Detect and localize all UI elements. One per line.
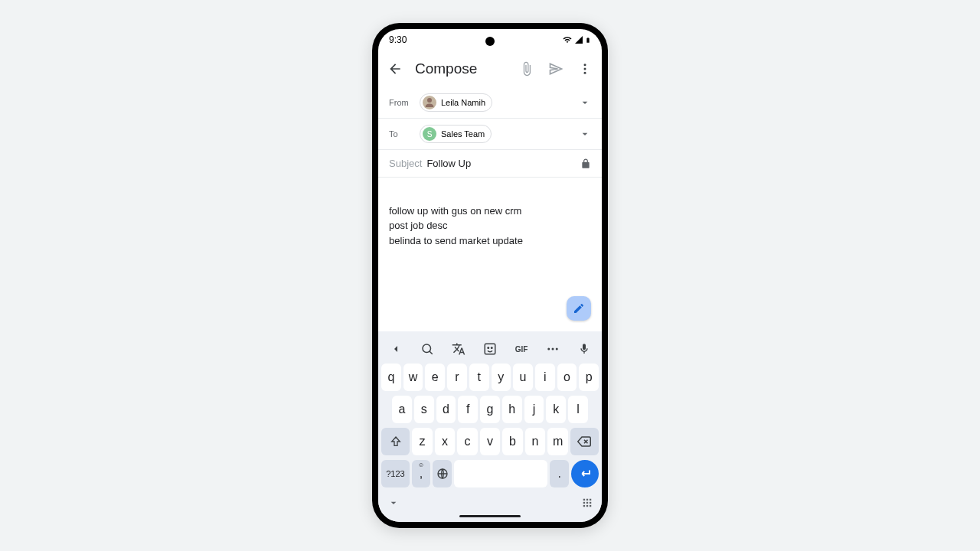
backspace-icon <box>577 435 591 448</box>
key-backspace[interactable] <box>570 428 599 455</box>
key-r[interactable]: r <box>447 364 467 391</box>
kb-row-1: q w e r t y u i o p <box>381 364 599 391</box>
key-g[interactable]: g <box>480 396 500 423</box>
svg-rect-14 <box>590 499 591 500</box>
svg-rect-19 <box>586 505 588 507</box>
key-w[interactable]: w <box>403 364 423 391</box>
svg-rect-13 <box>586 499 588 500</box>
to-label: To <box>389 129 420 139</box>
key-l[interactable]: l <box>568 396 588 423</box>
key-d[interactable]: d <box>436 396 456 423</box>
key-i[interactable]: i <box>535 364 555 391</box>
shift-icon <box>390 435 402 448</box>
camera-cutout <box>485 37 495 46</box>
svg-point-7 <box>492 347 493 349</box>
subject-row[interactable]: Subject Follow Up <box>378 150 602 178</box>
key-j[interactable]: j <box>524 396 544 423</box>
svg-rect-20 <box>590 505 591 507</box>
svg-point-10 <box>556 348 558 350</box>
svg-point-8 <box>547 348 550 350</box>
key-language[interactable] <box>433 460 452 487</box>
from-chip[interactable]: Leila Namih <box>420 93 492 112</box>
key-e[interactable]: e <box>425 364 445 391</box>
battery-icon <box>585 35 591 45</box>
key-enter[interactable] <box>571 460 599 487</box>
keyboard-toolbar: GIF <box>380 334 600 364</box>
key-s[interactable]: s <box>414 396 434 423</box>
kb-sticker[interactable] <box>480 339 500 359</box>
more-button[interactable] <box>576 60 594 78</box>
svg-point-3 <box>427 98 432 103</box>
svg-rect-16 <box>586 502 588 504</box>
key-m[interactable]: m <box>547 428 568 455</box>
key-t[interactable]: t <box>469 364 489 391</box>
svg-point-1 <box>584 68 586 70</box>
key-u[interactable]: u <box>513 364 533 391</box>
kb-gif[interactable]: GIF <box>511 339 531 359</box>
to-chip[interactable]: S Sales Team <box>420 125 492 143</box>
subject-label: Subject <box>389 158 422 169</box>
key-numbers[interactable]: ?123 <box>381 460 410 487</box>
emoji-icon: ☺ <box>418 461 424 468</box>
nav-pill[interactable] <box>459 515 521 517</box>
kb-mic[interactable] <box>574 339 594 359</box>
sticker-icon <box>483 342 497 356</box>
kb-row-2: a s d f g h j k l <box>381 396 599 423</box>
key-b[interactable]: b <box>502 428 523 455</box>
enter-icon <box>578 467 592 481</box>
key-a[interactable]: a <box>392 396 412 423</box>
key-n[interactable]: n <box>525 428 546 455</box>
svg-rect-5 <box>485 344 495 354</box>
key-q[interactable]: q <box>381 364 401 391</box>
lock-icon <box>580 158 591 169</box>
expand-to[interactable] <box>579 128 591 140</box>
keyboard-grid-icon[interactable] <box>582 497 593 508</box>
key-comma[interactable]: ☺ , <box>412 460 431 487</box>
key-y[interactable]: y <box>492 364 511 391</box>
svg-point-0 <box>584 64 586 66</box>
from-label: From <box>389 98 420 107</box>
svg-point-6 <box>488 347 489 349</box>
keyboard: GIF q w e r t y u i o p a <box>378 331 602 522</box>
smart-compose-button[interactable] <box>567 296 591 321</box>
svg-rect-18 <box>583 505 585 507</box>
keyboard-bottom <box>380 492 600 510</box>
kb-back[interactable] <box>386 339 406 359</box>
send-button[interactable] <box>547 60 565 78</box>
subject-input[interactable]: Follow Up <box>426 158 580 169</box>
key-c[interactable]: c <box>457 428 478 455</box>
key-k[interactable]: k <box>546 396 566 423</box>
key-x[interactable]: x <box>435 428 456 455</box>
svg-rect-12 <box>583 499 585 500</box>
to-row[interactable]: To S Sales Team <box>378 119 602 150</box>
key-h[interactable]: h <box>502 396 522 423</box>
more-horiz-icon <box>546 342 560 356</box>
kb-search[interactable] <box>417 339 437 359</box>
email-body[interactable]: follow up with gus on new crm post job d… <box>378 178 602 331</box>
key-v[interactable]: v <box>480 428 501 455</box>
kb-translate[interactable] <box>449 339 469 359</box>
key-space[interactable] <box>454 460 548 487</box>
from-row[interactable]: From Leila Namih <box>378 87 602 119</box>
svg-rect-17 <box>590 502 591 504</box>
key-p[interactable]: p <box>579 364 599 391</box>
attach-button[interactable] <box>518 60 536 78</box>
screen: 9:30 Compose From <box>378 29 602 522</box>
status-icons <box>562 35 591 45</box>
from-name: Leila Namih <box>441 98 485 107</box>
svg-point-9 <box>552 348 554 350</box>
attachment-icon <box>519 61 534 77</box>
back-button[interactable] <box>386 60 404 78</box>
key-f[interactable]: f <box>458 396 478 423</box>
expand-from[interactable] <box>579 96 591 109</box>
kb-more[interactable] <box>543 339 563 359</box>
key-period[interactable]: . <box>550 460 569 487</box>
wifi-icon <box>562 35 573 44</box>
key-shift[interactable] <box>381 428 410 455</box>
chevron-down-icon <box>579 96 591 109</box>
key-o[interactable]: o <box>557 364 577 391</box>
body-text[interactable]: follow up with gus on new crm post job d… <box>389 205 523 246</box>
chevron-down-icon[interactable] <box>387 497 400 509</box>
key-z[interactable]: z <box>412 428 433 455</box>
clock: 9:30 <box>389 34 407 45</box>
